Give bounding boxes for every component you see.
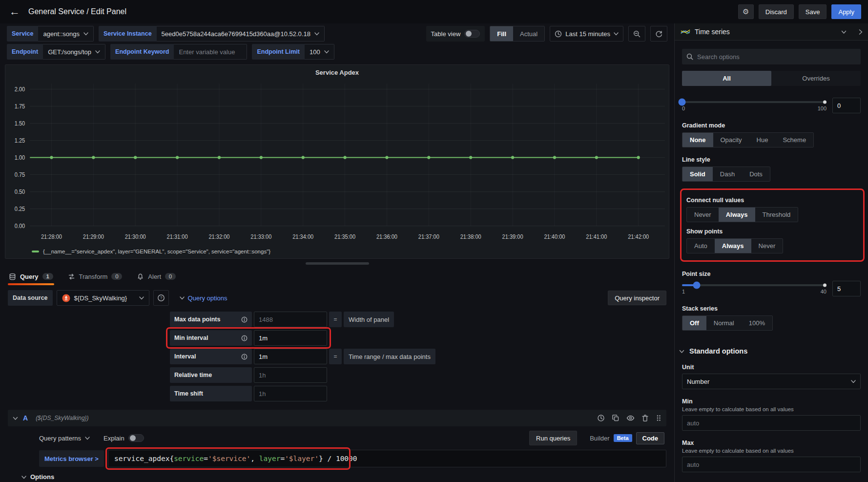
- line-solid[interactable]: Solid: [682, 167, 713, 181]
- toggle-visibility-icon[interactable]: [626, 414, 635, 422]
- stack-100[interactable]: 100%: [742, 316, 772, 330]
- query-count-badge: 1: [42, 273, 53, 280]
- tab-query[interactable]: Query1: [8, 268, 54, 285]
- chevron-down-icon: [83, 31, 88, 36]
- query-options-collapse[interactable]: Options: [8, 473, 666, 481]
- max-input[interactable]: auto: [682, 457, 861, 472]
- points-never[interactable]: Never: [751, 239, 783, 253]
- gradient-opacity[interactable]: Opacity: [713, 133, 749, 147]
- zoom-out-button[interactable]: [628, 26, 645, 42]
- var-endpoint: Endpoint GET:/songs/top: [7, 44, 105, 60]
- datasource-label: Data source: [8, 290, 53, 306]
- point-size-slider[interactable]: [682, 284, 827, 286]
- chart-panel: Service Apdex 0.000.250.500.751.001.251.…: [5, 64, 669, 259]
- tab-overrides[interactable]: Overrides: [771, 71, 861, 86]
- builder-option[interactable]: Builder: [590, 435, 609, 442]
- collapse-sidebar-icon[interactable]: [858, 29, 863, 35]
- tab-transform[interactable]: Transform0: [67, 268, 124, 285]
- remove-query-icon[interactable]: [641, 414, 649, 422]
- connect-threshold[interactable]: Threshold: [755, 208, 798, 222]
- datasource-help-button[interactable]: ?: [153, 290, 169, 306]
- var-endpoint-keyword-label: Endpoint Keyword: [110, 44, 174, 60]
- fill-option[interactable]: Fill: [490, 26, 513, 41]
- stack-series-group: Off Normal 100%: [682, 315, 773, 331]
- equals-sign: =: [329, 312, 342, 327]
- endpoint-keyword-input[interactable]: [174, 44, 247, 60]
- query-history-icon[interactable]: [597, 414, 605, 422]
- query-inspector-button[interactable]: Query inspector: [608, 291, 666, 305]
- query-patterns-button[interactable]: Query patterns: [39, 435, 90, 442]
- line-dots[interactable]: Dots: [742, 167, 770, 181]
- chevron-down-icon: [95, 49, 100, 54]
- stack-normal[interactable]: Normal: [706, 316, 742, 330]
- panel-settings-button[interactable]: ⚙: [738, 4, 754, 19]
- actual-option[interactable]: Actual: [513, 26, 544, 41]
- standard-options-section[interactable]: Standard options: [679, 347, 861, 355]
- query-refid: A: [23, 414, 28, 422]
- panel-resize-handle[interactable]: [306, 262, 369, 265]
- var-endpoint-limit-value[interactable]: 100: [305, 44, 334, 60]
- opacity-value-input[interactable]: 0: [832, 98, 861, 113]
- save-button[interactable]: Save: [799, 4, 827, 19]
- legend-series-label: {__name__="service_apdex", layer="GENERA…: [43, 249, 270, 254]
- connect-never[interactable]: Never: [687, 208, 719, 222]
- datasource-picker[interactable]: ${DS_SkyWalking}: [57, 290, 149, 306]
- min-input[interactable]: auto: [682, 415, 861, 431]
- tab-all[interactable]: All: [682, 71, 771, 86]
- clock-icon: [555, 30, 562, 38]
- points-always[interactable]: Always: [715, 239, 751, 253]
- back-button[interactable]: ←: [7, 4, 22, 20]
- interval-desc: Time range / max data points: [344, 349, 435, 364]
- info-icon: [241, 354, 248, 360]
- table-view-label: Table view: [431, 30, 461, 38]
- svg-text:?: ?: [160, 295, 162, 300]
- var-service-instance-value[interactable]: 5eed0e5758a244aca6e7699415d360aa@10.52.0…: [157, 26, 325, 42]
- time-series-chart[interactable]: 0.000.250.500.751.001.251.501.752.0021:2…: [5, 77, 669, 249]
- gradient-none[interactable]: None: [682, 133, 713, 147]
- promql-expression-input[interactable]: service_apdex{service='$service', layer=…: [108, 450, 666, 467]
- query-row-header[interactable]: A (${DS_SkyWalking}): [8, 410, 666, 426]
- info-icon: [241, 335, 248, 341]
- max-data-points-input[interactable]: 1488: [254, 312, 327, 327]
- var-endpoint-value[interactable]: GET:/songs/top: [43, 44, 105, 60]
- query-options-header[interactable]: Query options: [180, 294, 227, 302]
- drag-handle-icon[interactable]: [656, 414, 661, 422]
- gradient-hue[interactable]: Hue: [749, 133, 776, 147]
- opacity-slider-handle[interactable]: [679, 99, 686, 106]
- tab-alert[interactable]: Alert0: [136, 268, 177, 285]
- time-range-picker[interactable]: Last 15 minutes: [550, 26, 623, 42]
- svg-text:2.00: 2.00: [15, 85, 25, 92]
- opacity-slider[interactable]: [682, 101, 827, 103]
- point-size-slider-handle[interactable]: [693, 282, 700, 289]
- min-desc: Leave empty to calculate based on all va…: [682, 406, 861, 412]
- var-service-value[interactable]: agent::songs: [38, 26, 93, 42]
- unit-select[interactable]: Number: [682, 374, 861, 389]
- gradient-scheme[interactable]: Scheme: [775, 133, 813, 147]
- explain-control: Explain: [103, 434, 144, 442]
- refresh-button[interactable]: [650, 26, 667, 42]
- points-auto[interactable]: Auto: [687, 239, 715, 253]
- visualization-picker[interactable]: Time series: [675, 23, 868, 41]
- min-label: Min: [682, 398, 861, 405]
- svg-text:1.50: 1.50: [15, 120, 25, 126]
- prometheus-icon: [62, 294, 70, 302]
- code-option[interactable]: Code: [636, 432, 665, 444]
- duplicate-query-icon[interactable]: [612, 414, 620, 422]
- chart-legend[interactable]: {__name__="service_apdex", layer="GENERA…: [5, 249, 669, 258]
- stack-off[interactable]: Off: [682, 316, 706, 330]
- line-dash[interactable]: Dash: [713, 167, 742, 181]
- discard-button[interactable]: Discard: [759, 4, 794, 19]
- time-shift-input[interactable]: 1h: [254, 386, 327, 401]
- metrics-browser-button[interactable]: Metrics browser >: [39, 450, 104, 467]
- edit-panel-header: ← General Service / Edit Panel ⚙ Discard…: [0, 0, 868, 23]
- connect-always[interactable]: Always: [719, 208, 755, 222]
- run-queries-button[interactable]: Run queries: [529, 431, 577, 445]
- table-view-toggle[interactable]: [464, 30, 480, 38]
- apply-button[interactable]: Apply: [831, 4, 861, 19]
- min-interval-input[interactable]: 1m: [254, 330, 327, 346]
- svg-text:21:41:00: 21:41:00: [586, 233, 607, 240]
- explain-toggle[interactable]: [128, 434, 144, 442]
- relative-time-input[interactable]: 1h: [254, 367, 327, 383]
- point-size-value-input[interactable]: 5: [832, 281, 861, 296]
- search-options-input[interactable]: Search options: [682, 49, 861, 64]
